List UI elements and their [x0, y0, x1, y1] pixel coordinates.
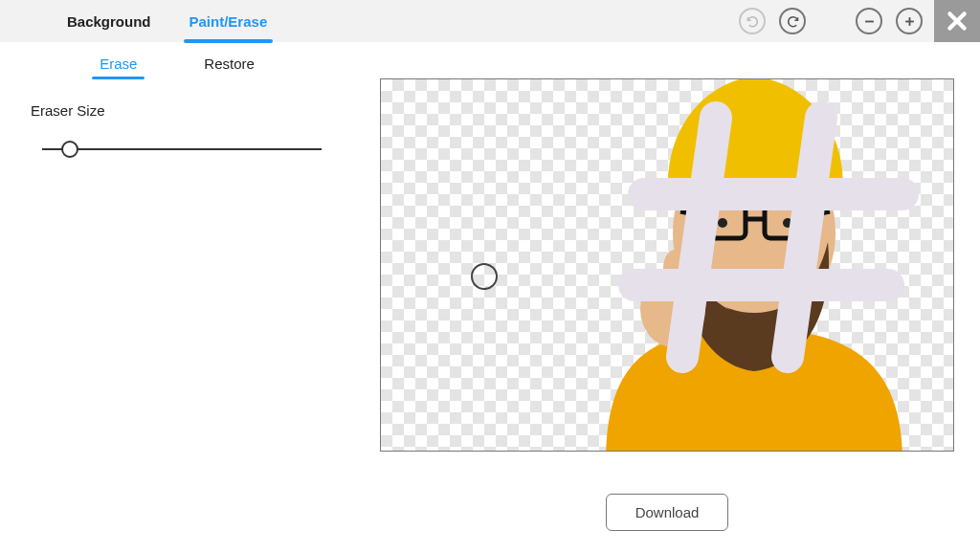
redo-button[interactable] [779, 8, 806, 34]
zoom-in-button[interactable] [896, 8, 923, 34]
subject-image [548, 78, 950, 452]
eraser-cursor-icon [471, 263, 498, 290]
subtabs: Erase Restore [21, 55, 333, 77]
redo-icon [786, 14, 800, 29]
svg-point-12 [718, 218, 727, 228]
plus-icon [902, 14, 917, 29]
undo-button[interactable] [739, 8, 766, 34]
download-button[interactable]: Download [606, 494, 729, 531]
close-icon [945, 9, 969, 33]
subtab-erase[interactable]: Erase [100, 55, 137, 77]
tab-background[interactable]: Background [67, 0, 151, 42]
close-button[interactable] [934, 0, 980, 42]
slider-thumb[interactable] [61, 141, 78, 158]
sidebar: Erase Restore Eraser Size [0, 42, 354, 552]
content: Erase Restore Eraser Size [0, 42, 980, 552]
minus-icon [862, 14, 877, 29]
tab-paint-erase[interactable]: Paint/Erase [189, 0, 268, 42]
topbar-actions [739, 0, 923, 42]
eraser-size-slider[interactable] [42, 140, 322, 159]
canvas-area: Download [354, 42, 980, 552]
slider-track [42, 148, 322, 150]
subtab-restore[interactable]: Restore [204, 55, 255, 77]
zoom-out-button[interactable] [856, 8, 882, 34]
eraser-size-label: Eraser Size [31, 102, 333, 119]
download-row: Download [380, 494, 954, 531]
undo-icon [746, 14, 760, 29]
main-tabs: Background Paint/Erase [67, 0, 267, 42]
canvas-frame[interactable] [380, 78, 954, 452]
topbar: Background Paint/Erase [0, 0, 980, 42]
